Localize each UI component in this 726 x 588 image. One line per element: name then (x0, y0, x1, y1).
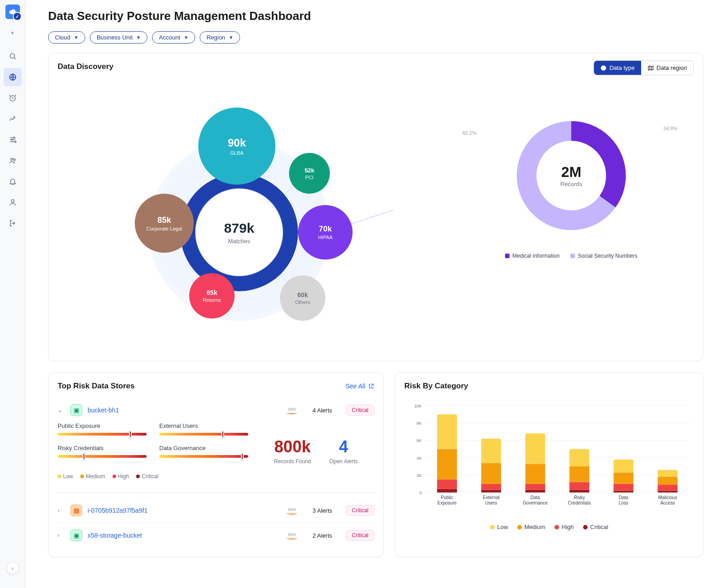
matches-center[interactable]: 879k Matches (194, 187, 285, 278)
svg-rect-32 (437, 449, 457, 480)
bubble-pci[interactable]: 52kPCI (289, 153, 330, 194)
toggle-data-region[interactable]: Data region (641, 61, 693, 75)
svg-text:0: 0 (419, 490, 422, 495)
bucket-icon: ▣ (70, 529, 82, 541)
filter-bar: Cloud▼ Business Unit▼ Account▼ Region▼ (48, 31, 703, 44)
bubble-glba[interactable]: 90kGLBA (198, 108, 275, 185)
nav-settings[interactable] (4, 131, 22, 149)
search-icon (9, 52, 17, 60)
bubble-corporate-legal[interactable]: 85kCorporate Legal (135, 194, 194, 253)
store-link[interactable]: bucket-bh1 (88, 407, 280, 414)
legend-item[interactable]: Medium (517, 524, 545, 530)
see-all-link[interactable]: See All (345, 382, 374, 390)
records-found-stat: 800k Records Found (274, 437, 311, 465)
svg-text:Public: Public (441, 495, 453, 500)
risk-bar[interactable] (58, 455, 147, 458)
donut-pct-right: 34.8% (663, 126, 677, 131)
app-logo[interactable] (5, 5, 20, 19)
svg-rect-51 (569, 449, 589, 466)
toggle-data-type[interactable]: Data type (594, 61, 641, 75)
sidebar-expand-toggle[interactable]: › (6, 562, 19, 574)
alert-count: 4 Alerts (304, 407, 340, 414)
bubble-others[interactable]: 60kOthers (280, 275, 325, 321)
swatch-icon (505, 254, 510, 258)
chevron-down-icon: ▼ (229, 35, 233, 40)
filter-region[interactable]: Region▼ (200, 31, 240, 44)
top-risk-data-stores-card: Top Risk Data Stores See All ⌄ ▣ bucket-… (48, 372, 384, 557)
nav-users[interactable] (4, 152, 22, 170)
svg-rect-54 (613, 491, 633, 493)
severity-badge: Critical (346, 405, 374, 416)
main-content: Data Security Posture Management Dashboa… (25, 0, 726, 588)
svg-text:Users: Users (485, 500, 497, 505)
expand-toggle[interactable]: › (58, 507, 65, 514)
svg-rect-31 (437, 480, 457, 489)
svg-text:Loss: Loss (618, 500, 628, 505)
sidebar: ▾ › (0, 0, 25, 588)
svg-rect-33 (437, 414, 457, 449)
bubble-resume[interactable]: 65kResume (189, 273, 235, 318)
store-expanded: Public Exposure External Users Risky Cre… (58, 422, 374, 487)
cloud-shield-icon (9, 8, 17, 16)
filter-cloud[interactable]: Cloud▼ (48, 31, 85, 44)
user-icon (9, 198, 17, 206)
card-title: Risk By Category (404, 382, 694, 391)
expand-toggle[interactable]: ⌄ (58, 407, 65, 413)
svg-point-3 (13, 137, 15, 138)
svg-rect-50 (569, 466, 589, 482)
aws-icon: aws (285, 532, 299, 539)
svg-rect-63 (657, 470, 677, 477)
store-row: ⌄ ▣ bucket-bh1 aws 4 Alerts Critical (58, 398, 374, 422)
instance-icon: ▩ (70, 505, 82, 516)
legend-item[interactable]: Critical (583, 524, 608, 530)
svg-text:Access: Access (660, 500, 675, 505)
risk-bar[interactable] (159, 433, 248, 436)
expand-toggle[interactable]: › (58, 532, 65, 539)
sidebar-collapse-icon[interactable]: ▾ (4, 24, 22, 42)
svg-text:External: External (483, 495, 500, 500)
nav-notifications[interactable] (4, 172, 22, 191)
nav-trends[interactable] (4, 110, 22, 128)
store-link[interactable]: x58-storage-bucket (88, 532, 280, 539)
card-title: Top Risk Data Stores (58, 382, 135, 391)
nav-profile[interactable] (4, 193, 22, 211)
svg-text:Exposure: Exposure (437, 500, 457, 505)
bubble-chart: 879k Matches 90kGLBA52kPCI70kHIPAA60kOth… (112, 112, 393, 348)
filter-business-unit[interactable]: Business Unit▼ (90, 31, 147, 44)
legend-item[interactable]: Medical information (505, 253, 559, 259)
svg-rect-62 (657, 477, 677, 485)
metric-risky-credentials: Risky Credentials (58, 445, 147, 458)
filter-account[interactable]: Account▼ (152, 31, 195, 44)
risk-bar[interactable] (58, 433, 147, 436)
map-icon (648, 65, 654, 71)
external-link-icon (368, 383, 374, 389)
legend-item[interactable]: Social Security Numbers (570, 253, 637, 259)
store-link[interactable]: i-0705b912a97f5a9f1 (88, 507, 280, 514)
nav-logout[interactable] (4, 214, 22, 232)
donut-center: 2M Records (512, 117, 630, 235)
metric-data-governance: Data Governance (159, 445, 248, 458)
alert-count: 3 Alerts (304, 507, 340, 514)
nav-search[interactable] (4, 47, 22, 65)
legend-item[interactable]: Low (490, 524, 508, 530)
nav-alarm[interactable] (4, 89, 22, 107)
svg-rect-37 (481, 484, 501, 490)
svg-rect-45 (525, 433, 545, 464)
severity-badge: Critical (346, 505, 374, 516)
risk-bar[interactable] (159, 455, 248, 458)
nav-dashboard[interactable] (4, 68, 22, 86)
bell-icon (9, 177, 17, 186)
bubble-hipaa[interactable]: 70kHIPAA (298, 205, 353, 260)
svg-text:Governance: Governance (523, 500, 548, 505)
legend-item[interactable]: High (554, 524, 574, 530)
svg-rect-42 (525, 490, 545, 493)
svg-rect-49 (569, 482, 589, 490)
svg-rect-44 (525, 464, 545, 484)
users-icon (9, 157, 17, 165)
risk-category-chart[interactable]: 02K4K6K8K10KPublicExposureExternalUsersD… (404, 396, 694, 519)
swatch-icon (570, 254, 575, 258)
aws-icon: aws (285, 507, 299, 514)
donut-legend: Medical information Social Security Numb… (476, 253, 667, 259)
svg-point-7 (13, 159, 15, 161)
sliders-icon (9, 136, 17, 144)
